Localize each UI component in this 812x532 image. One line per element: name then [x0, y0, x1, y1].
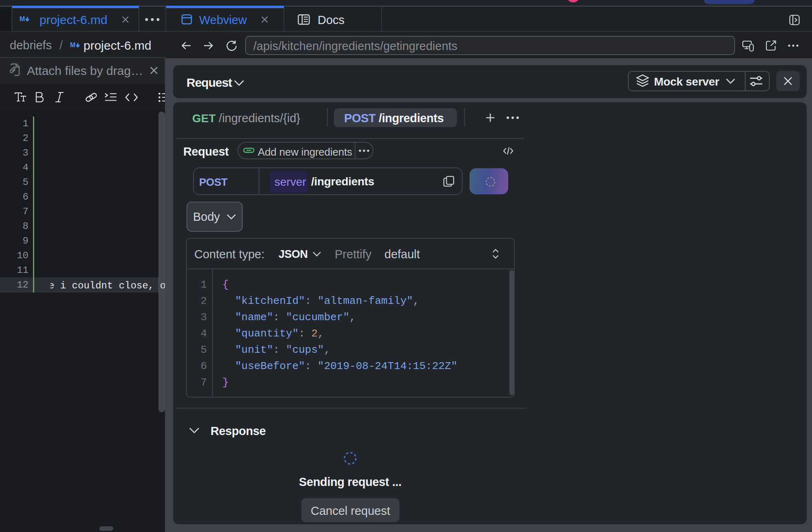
- svg-text:M: M: [70, 42, 75, 48]
- svg-text:M: M: [20, 15, 25, 22]
